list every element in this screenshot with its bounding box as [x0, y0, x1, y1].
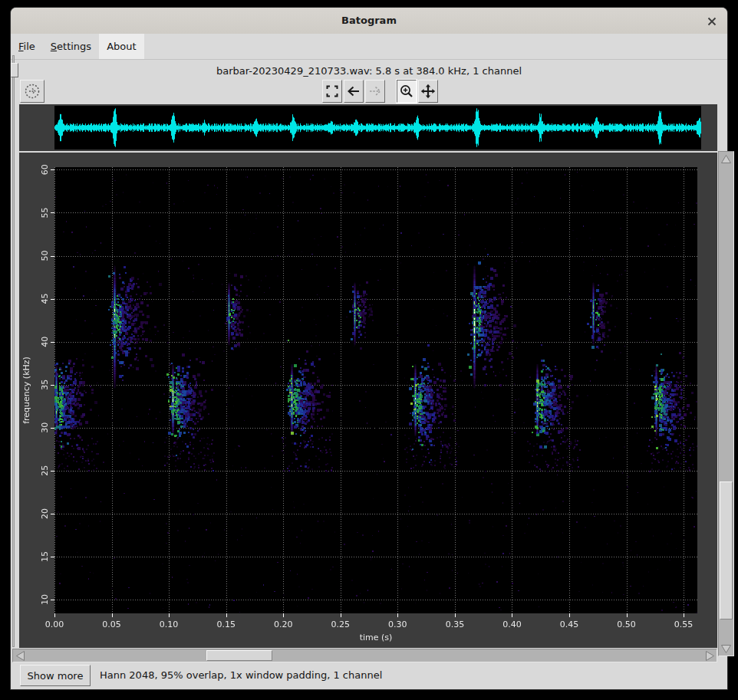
settings-summary: Hann 2048, 95% overlap, 1x window paddin… [100, 665, 382, 686]
menu-file[interactable]: File [11, 34, 43, 59]
scroll-right-button[interactable] [703, 649, 717, 662]
arrow-right-dashed-icon [367, 84, 383, 99]
app-window: Batogram FileSettingsAbout barbar-202304… [11, 8, 727, 689]
fit-view-button[interactable] [322, 80, 342, 103]
menu-settings[interactable]: Settings [43, 34, 99, 59]
arrow-left-icon [346, 84, 361, 99]
close-button[interactable] [704, 14, 720, 29]
titlebar[interactable]: Batogram [11, 8, 727, 35]
spectrogram-plot[interactable] [19, 153, 717, 648]
time-scrollbar[interactable] [12, 649, 717, 662]
zoom-mode-button[interactable] [397, 80, 417, 103]
triangle-up-icon [720, 154, 732, 164]
forward-button[interactable] [365, 80, 385, 103]
scroll-up-button[interactable] [719, 152, 733, 166]
amplitude-slider[interactable] [12, 55, 15, 647]
waveform-plot[interactable] [19, 104, 717, 151]
scroll-left-button[interactable] [13, 649, 27, 662]
dashed-circle-arrow-icon [24, 83, 41, 100]
fullscreen-corners-icon [325, 84, 340, 99]
frequency-scrollbar[interactable] [718, 151, 734, 656]
hscroll-thumb[interactable] [206, 650, 272, 661]
triangle-down-icon [720, 644, 732, 654]
window-title: Batogram [11, 8, 727, 34]
scroll-down-button[interactable] [719, 642, 733, 656]
magnifier-plus-icon [399, 84, 414, 99]
menubar: FileSettingsAbout [11, 34, 727, 60]
back-button[interactable] [344, 80, 364, 103]
close-icon [707, 17, 717, 26]
file-info: barbar-20230429_210733.wav: 5.8 s at 384… [11, 64, 727, 78]
triangle-right-icon [705, 650, 715, 662]
vscroll-thumb[interactable] [720, 481, 733, 619]
home-view-button[interactable] [20, 80, 44, 103]
move-arrows-icon [420, 84, 436, 99]
triangle-left-icon [15, 650, 25, 662]
menu-about[interactable]: About [99, 34, 143, 59]
pan-mode-button[interactable] [418, 80, 438, 103]
show-more-button[interactable]: Show more [20, 665, 91, 686]
